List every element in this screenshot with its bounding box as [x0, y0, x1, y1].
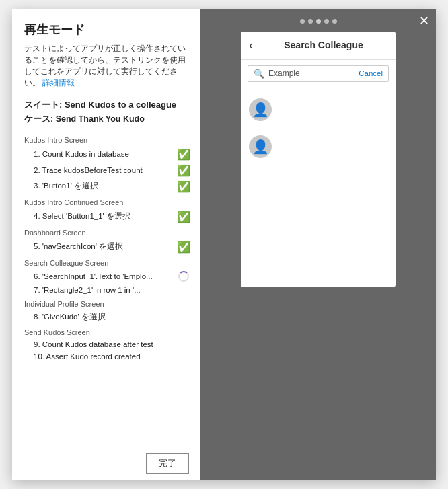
step-item: 7. 'Rectangle2_1' in row 1 in '...	[24, 284, 189, 296]
panel-description: テストによってアプリが正しく操作されていることを確認してから、テストリンクを使用…	[24, 43, 189, 89]
step-text: 6. 'SearchInput_1'.Text to 'Emplo...	[34, 272, 178, 280]
phone-header: ‹ Search Colleague	[241, 32, 396, 60]
step-item: 6. 'SearchInput_1'.Text to 'Emplo...	[24, 269, 189, 284]
search-input-text: Example	[268, 69, 354, 78]
step-text: 10. Assert Kudo record created	[34, 352, 189, 361]
spinner-icon	[178, 271, 189, 282]
step-text: 3. 'Button1' を選択	[34, 181, 177, 191]
step-text: 9. Count Kudos database after test	[34, 340, 189, 348]
done-button[interactable]: 完了	[146, 453, 189, 474]
step-text: 5. 'navSearchIcon' を選択	[34, 241, 177, 252]
step-item: 9. Count Kudos database after test	[24, 338, 189, 350]
left-panel: 再生モード テストによってアプリが正しく操作されていることを確認してから、テスト…	[12, 9, 200, 480]
step-item: 8. 'GiveKudo' を選択	[24, 310, 189, 324]
screen-label: Search Colleague Screen	[24, 259, 189, 267]
case-title: ケース: Send Thank You Kudo	[24, 114, 189, 125]
screen-group: Kudos Intro Screen1. Count Kudos in data…	[24, 136, 189, 194]
step-text: 8. 'GiveKudo' を選択	[34, 312, 189, 322]
person-icon-2: 👤	[252, 139, 269, 155]
phone-header-title: Search Colleague	[260, 40, 387, 50]
step-item: 5. 'navSearchIcon' を選択✅	[24, 239, 189, 255]
back-arrow-icon[interactable]: ‹	[249, 38, 253, 52]
step-item: 3. 'Button1' を選択✅	[24, 178, 189, 194]
check-icon: ✅	[177, 180, 189, 192]
right-panel: ✕ ‹ Search Colleague 🔍 Example Cancel 👤	[200, 9, 436, 480]
step-item: 4. Select 'Button1_1' を選択✅	[24, 209, 189, 225]
search-icon: 🔍	[254, 69, 264, 79]
check-icon: ✅	[177, 241, 189, 253]
person-icon-1: 👤	[252, 102, 269, 118]
phone-mock: ‹ Search Colleague 🔍 Example Cancel 👤 👤	[241, 32, 396, 287]
screen-label: Kudos Intro Screen	[24, 136, 189, 144]
colleague-list: 👤 👤	[241, 87, 396, 170]
step-item: 1. Count Kudos in database✅	[24, 146, 189, 162]
check-icon: ✅	[177, 148, 189, 160]
step-text: 1. Count Kudos in database	[34, 150, 177, 158]
avatar-1: 👤	[249, 98, 272, 121]
step-item: 10. Assert Kudo record created	[24, 350, 189, 363]
screen-label: Send Kudos Screen	[24, 328, 189, 336]
step-text: 4. Select 'Button1_1' を選択	[34, 211, 177, 221]
screen-group: Dashboard Screen5. 'navSearchIcon' を選択✅	[24, 229, 189, 255]
colleague-item-2[interactable]: 👤	[241, 128, 396, 165]
step-text: 2. Trace kudosBeforeTest count	[34, 166, 177, 174]
suite-title: スイート: Send Kudos to a colleague	[24, 99, 189, 111]
close-button[interactable]: ✕	[419, 15, 429, 27]
steps-container: Kudos Intro Screen1. Count Kudos in data…	[24, 132, 189, 367]
dot-3	[316, 19, 321, 24]
dot-4	[324, 19, 329, 24]
screen-group: Individual Profile Screen8. 'GiveKudo' を…	[24, 300, 189, 324]
dot-1	[300, 19, 305, 24]
check-icon: ✅	[177, 164, 189, 176]
main-dialog: 再生モード テストによってアプリが正しく操作されていることを確認してから、テスト…	[12, 9, 436, 480]
screen-label: Kudos Intro Continued Screen	[24, 198, 189, 206]
step-text: 7. 'Rectangle2_1' in row 1 in '...	[34, 286, 189, 294]
screen-label: Dashboard Screen	[24, 229, 189, 237]
screen-group: Kudos Intro Continued Screen4. Select 'B…	[24, 198, 189, 225]
screen-label: Individual Profile Screen	[24, 300, 189, 308]
dot-5	[332, 19, 337, 24]
step-item: 2. Trace kudosBeforeTest count✅	[24, 162, 189, 178]
check-icon: ✅	[177, 211, 189, 223]
panel-title: 再生モード	[24, 22, 189, 38]
avatar-2: 👤	[249, 135, 272, 158]
dots-row	[300, 19, 337, 24]
screen-group: Search Colleague Screen6. 'SearchInput_1…	[24, 259, 189, 296]
colleague-item-1[interactable]: 👤	[241, 91, 396, 128]
dot-2	[308, 19, 313, 24]
cancel-link[interactable]: Cancel	[359, 69, 383, 77]
search-bar[interactable]: 🔍 Example Cancel	[248, 65, 389, 82]
detail-link[interactable]: 詳細情報	[42, 79, 75, 87]
screen-group: Send Kudos Screen9. Count Kudos database…	[24, 328, 189, 363]
